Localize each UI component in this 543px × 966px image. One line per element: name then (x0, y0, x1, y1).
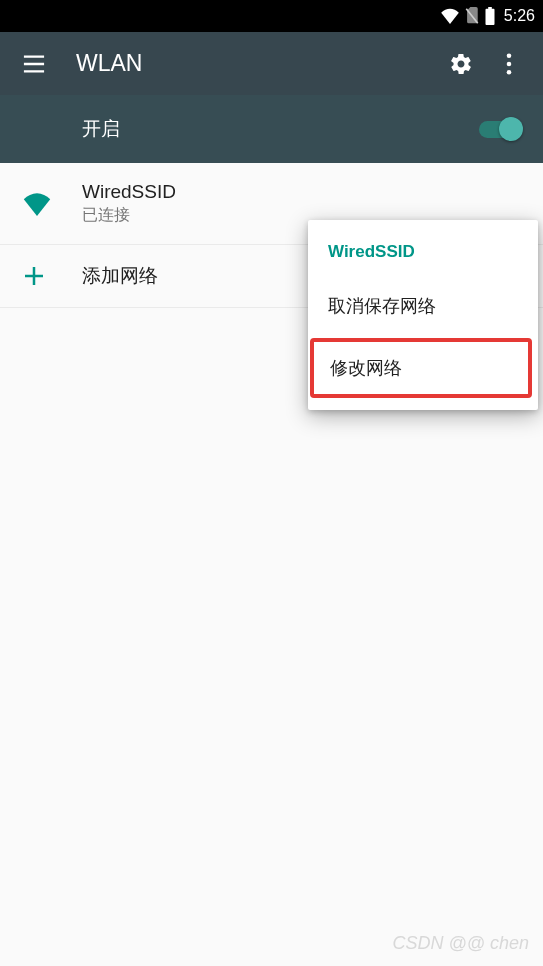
svg-point-0 (507, 53, 512, 58)
toggle-label: 开启 (82, 116, 120, 142)
wifi-icon (440, 8, 460, 24)
svg-point-1 (507, 61, 512, 66)
wifi-switch[interactable] (477, 119, 521, 139)
switch-thumb (499, 117, 523, 141)
plus-icon (22, 264, 62, 288)
network-context-menu: WiredSSID 取消保存网络 修改网络 (308, 220, 538, 410)
app-bar: WLAN (0, 32, 543, 95)
status-bar: 5:26 (0, 0, 543, 32)
wifi-master-toggle-row[interactable]: 开启 (0, 95, 543, 163)
page-title: WLAN (76, 50, 437, 77)
network-ssid: WiredSSID (82, 181, 521, 203)
watermark: CSDN @@ chen (392, 933, 529, 954)
gear-icon (449, 52, 473, 76)
popup-title: WiredSSID (308, 230, 538, 276)
status-time: 5:26 (504, 7, 535, 25)
menu-button[interactable] (10, 40, 58, 88)
no-sim-icon (464, 7, 480, 25)
svg-point-2 (507, 69, 512, 74)
menu-forget-network[interactable]: 取消保存网络 (308, 276, 538, 336)
battery-icon (484, 7, 496, 25)
hamburger-icon (23, 55, 45, 73)
more-options-button[interactable] (485, 40, 533, 88)
menu-modify-network[interactable]: 修改网络 (310, 338, 532, 398)
settings-button[interactable] (437, 40, 485, 88)
wifi-signal-icon (22, 192, 62, 216)
more-vert-icon (506, 53, 512, 75)
